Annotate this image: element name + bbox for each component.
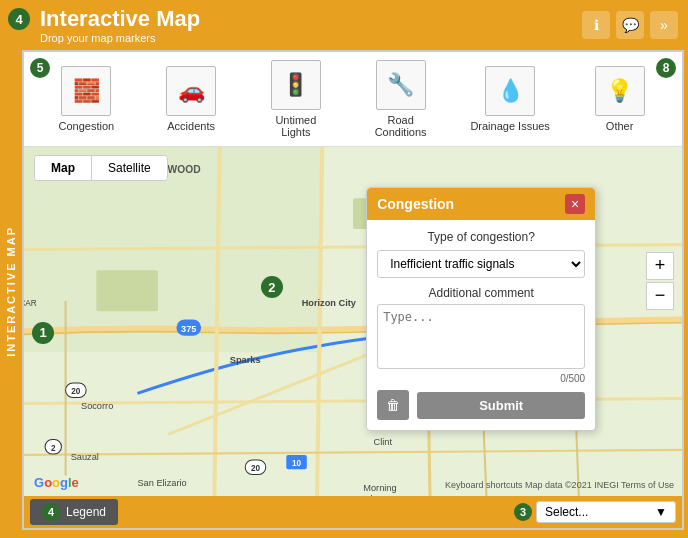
- legend-label: Legend: [66, 505, 106, 519]
- svg-rect-2: [96, 270, 158, 311]
- header-number: 4: [8, 8, 30, 30]
- zoom-out-button[interactable]: −: [646, 282, 674, 310]
- popup-close-button[interactable]: ×: [565, 194, 585, 214]
- badge-8: 8: [656, 58, 676, 78]
- popup-delete-button[interactable]: 🗑: [377, 390, 409, 420]
- popup-submit-button[interactable]: Submit: [417, 392, 585, 419]
- popup-char-count: 0/500: [377, 373, 585, 384]
- popup-comment-label: Additional comment: [377, 286, 585, 300]
- zoom-in-button[interactable]: +: [646, 252, 674, 280]
- bottom-bar: 4 Legend 3 Select... ▼: [24, 496, 682, 528]
- svg-text:Socorro: Socorro: [81, 401, 113, 411]
- popup-title: Congestion: [377, 196, 454, 212]
- svg-text:Clint: Clint: [374, 437, 393, 447]
- toolbar-item-other[interactable]: 💡 Other: [585, 66, 655, 132]
- legend-badge: 4: [42, 503, 60, 521]
- header: 4 Interactive Map Drop your map markers …: [0, 0, 688, 48]
- location-select[interactable]: Select... ▼: [536, 501, 676, 523]
- svg-text:Horizon City: Horizon City: [302, 298, 357, 308]
- svg-text:San Elizario: San Elizario: [137, 478, 186, 488]
- select-value: Select...: [545, 505, 588, 519]
- map-zoom-controls: + −: [646, 252, 674, 312]
- app-subtitle: Drop your map markers: [40, 32, 582, 44]
- congestion-icon-box: 🧱: [61, 66, 111, 116]
- congestion-type-select[interactable]: Inefficient traffic signals Other: [377, 250, 585, 278]
- accidents-label: Accidents: [167, 120, 215, 132]
- select-dropdown: 3 Select... ▼: [514, 501, 676, 523]
- congestion-label: Congestion: [59, 120, 115, 132]
- popup-actions: 🗑 Submit: [377, 390, 585, 420]
- map-attribution: Keyboard shortcuts Map data ©2021 INEGI …: [445, 480, 674, 490]
- svg-text:Glory: Glory: [363, 494, 385, 496]
- untimed-lights-label: UntimedLights: [275, 114, 316, 138]
- select-badge: 3: [514, 503, 532, 521]
- svg-text:Sauzal: Sauzal: [71, 452, 99, 462]
- chat-icon-button[interactable]: 💬: [616, 11, 644, 39]
- google-logo: Google: [34, 475, 79, 490]
- toolbar-item-untimed-lights[interactable]: 🚦 UntimedLights: [261, 60, 331, 138]
- popup-comment-textarea[interactable]: [377, 304, 585, 369]
- svg-text:20: 20: [251, 464, 261, 473]
- svg-text:Morning: Morning: [363, 483, 396, 493]
- legend-button[interactable]: 4 Legend: [30, 499, 118, 525]
- map-tab-map[interactable]: Map: [35, 156, 91, 180]
- svg-text:CAR: CAR: [24, 299, 37, 308]
- svg-text:2: 2: [51, 444, 56, 453]
- main-area: INTERACTIVE MAP 5 🧱 Congestion 🚗 Acciden…: [0, 48, 688, 534]
- side-label-text: INTERACTIVE MAP: [5, 226, 17, 357]
- other-label: Other: [606, 120, 634, 132]
- svg-text:10: 10: [292, 459, 302, 468]
- map-area[interactable]: 375 20 2 20 MONTWOOD Horizon City Socorr…: [24, 147, 682, 496]
- toolbar-item-road-conditions[interactable]: 🔧 RoadConditions: [366, 60, 436, 138]
- svg-text:20: 20: [71, 387, 81, 396]
- badge-5: 5: [30, 58, 50, 78]
- road-conditions-label: RoadConditions: [375, 114, 427, 138]
- toolbar-item-drainage-issues[interactable]: 💧 Drainage Issues: [470, 66, 550, 132]
- app-title: Interactive Map: [40, 6, 582, 32]
- header-icons: ℹ 💬 »: [582, 11, 678, 39]
- other-icon-box: 💡: [595, 66, 645, 116]
- map-tabs: Map Satellite: [34, 155, 168, 181]
- drainage-issues-label: Drainage Issues: [470, 120, 550, 132]
- drainage-issues-icon-box: 💧: [485, 66, 535, 116]
- info-icon-button[interactable]: ℹ: [582, 11, 610, 39]
- side-label: INTERACTIVE MAP: [0, 48, 22, 534]
- untimed-lights-icon-box: 🚦: [271, 60, 321, 110]
- map-badge-2: 2: [261, 276, 283, 298]
- popup-question: Type of congestion?: [377, 230, 585, 244]
- congestion-popup: Congestion × Type of congestion? Ineffic…: [366, 187, 596, 431]
- accidents-icon-box: 🚗: [166, 66, 216, 116]
- road-conditions-icon-box: 🔧: [376, 60, 426, 110]
- popup-body: Type of congestion? Inefficient traffic …: [367, 220, 595, 430]
- toolbar-item-accidents[interactable]: 🚗 Accidents: [156, 66, 226, 132]
- toolbar-item-congestion[interactable]: 🧱 Congestion: [51, 66, 121, 132]
- content-area: 5 🧱 Congestion 🚗 Accidents 🚦 UntimedLigh…: [22, 50, 684, 530]
- select-arrow-icon: ▼: [655, 505, 667, 519]
- popup-header: Congestion ×: [367, 188, 595, 220]
- icon-toolbar: 5 🧱 Congestion 🚗 Accidents 🚦 UntimedLigh…: [24, 52, 682, 147]
- map-badge-1: 1: [32, 322, 54, 344]
- map-tab-satellite[interactable]: Satellite: [92, 156, 167, 180]
- forward-icon-button[interactable]: »: [650, 11, 678, 39]
- svg-text:375: 375: [181, 324, 196, 334]
- svg-text:Sparks: Sparks: [230, 355, 261, 365]
